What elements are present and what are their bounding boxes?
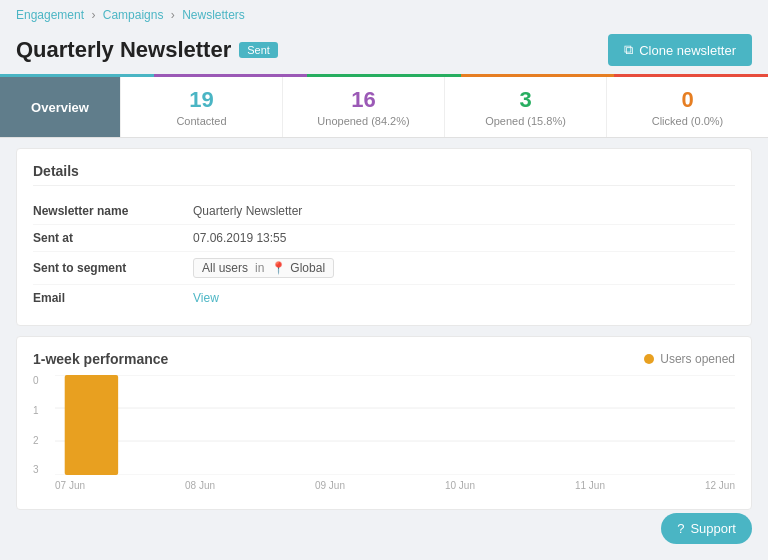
details-value-segment: All users in 📍 Global [193,258,334,278]
breadcrumb: Engagement › Campaigns › Newsletters [0,0,768,30]
y-label-1: 1 [33,405,53,416]
support-button[interactable]: ? Support [661,513,752,544]
chart-svg [55,375,735,475]
performance-header: 1-week performance Users opened [33,351,735,367]
breadcrumb-campaigns[interactable]: Campaigns [103,8,164,22]
details-row-name: Newsletter name Quarterly Newsletter [33,198,735,225]
details-value-name: Quarterly Newsletter [193,204,302,218]
sent-badge: Sent [239,42,278,58]
chart-inner [55,375,735,475]
stat-opened: 3 Opened (15.8%) [444,77,606,137]
stat-unopened-label: Unopened (84.2%) [317,115,409,127]
x-label-09jun: 09 Jun [315,480,345,491]
segment-global: Global [290,261,325,275]
details-title: Details [33,163,735,186]
stat-clicked-label: Clicked (0.0%) [652,115,724,127]
details-table: Newsletter name Quarterly Newsletter Sen… [33,198,735,311]
details-row-sent: Sent at 07.06.2019 13:55 [33,225,735,252]
tab-overview[interactable]: Overview [0,77,120,137]
clone-button[interactable]: ⧉ Clone newsletter [608,34,752,66]
stat-contacted-label: Contacted [176,115,226,127]
details-value-email-link[interactable]: View [193,291,219,305]
chart-legend: Users opened [644,352,735,366]
location-icon: 📍 [271,261,286,275]
svg-rect-4 [65,375,118,475]
details-row-segment: Sent to segment All users in 📍 Global [33,252,735,285]
breadcrumb-engagement[interactable]: Engagement [16,8,84,22]
details-label-sent: Sent at [33,231,193,245]
details-label-email: Email [33,291,193,305]
breadcrumb-newsletters[interactable]: Newsletters [182,8,245,22]
y-label-3: 3 [33,464,53,475]
stat-contacted: 19 Contacted [120,77,282,137]
stat-unopened-number: 16 [351,87,375,113]
stat-opened-number: 3 [519,87,531,113]
stat-clicked-number: 0 [681,87,693,113]
segment-badge: All users in 📍 Global [193,258,334,278]
stat-opened-label: Opened (15.8%) [485,115,566,127]
copy-icon: ⧉ [624,42,633,58]
legend-dot [644,354,654,364]
x-label-07jun: 07 Jun [55,480,85,491]
x-label-08jun: 08 Jun [185,480,215,491]
stat-clicked: 0 Clicked (0.0%) [606,77,768,137]
stat-contacted-number: 19 [189,87,213,113]
legend-label: Users opened [660,352,735,366]
support-icon: ? [677,521,684,536]
x-label-12jun: 12 Jun [705,480,735,491]
segment-all-users: All users [202,261,248,275]
x-axis-labels: 07 Jun 08 Jun 09 Jun 10 Jun 11 Jun 12 Ju… [55,475,735,495]
y-label-2: 2 [33,435,53,446]
segment-in: in [255,261,264,275]
x-label-11jun: 11 Jun [575,480,605,491]
tabs-section: Overview 19 Contacted 16 Unopened (84.2%… [0,74,768,138]
y-axis-labels: 3 2 1 0 [33,375,53,495]
y-label-0: 0 [33,375,53,386]
x-label-10jun: 10 Jun [445,480,475,491]
details-label-name: Newsletter name [33,204,193,218]
page-title-wrap: Quarterly Newsletter Sent [16,37,278,63]
tabs-row: Overview 19 Contacted 16 Unopened (84.2%… [0,77,768,137]
details-label-segment: Sent to segment [33,261,193,275]
chart-area: 3 2 1 0 07 Jun 08 Jun 09 Jun 10 Jun 11 J… [33,375,735,495]
performance-title: 1-week performance [33,351,168,367]
page-header: Quarterly Newsletter Sent ⧉ Clone newsle… [0,30,768,74]
performance-card: 1-week performance Users opened 3 2 1 0 [16,336,752,510]
page-title: Quarterly Newsletter [16,37,231,63]
stat-unopened: 16 Unopened (84.2%) [282,77,444,137]
details-row-email: Email View [33,285,735,311]
details-value-sent: 07.06.2019 13:55 [193,231,286,245]
details-card: Details Newsletter name Quarterly Newsle… [16,148,752,326]
